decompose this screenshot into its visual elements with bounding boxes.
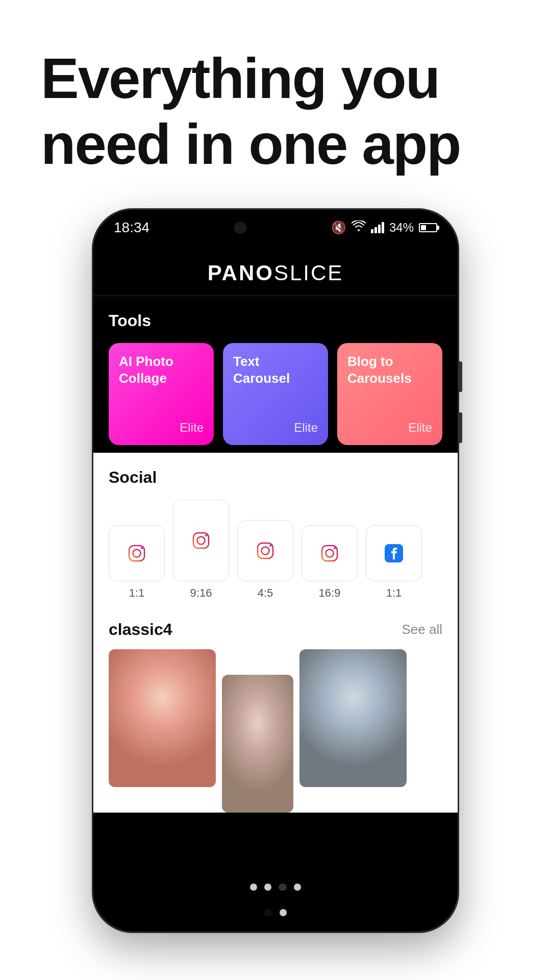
social-icon-box-1-1 (109, 525, 165, 581)
bottom-dot-2 (280, 909, 287, 916)
social-ratio-16-9: 16:9 (319, 586, 341, 600)
phone-screen: 18:34 🔇 (93, 210, 458, 932)
tool-card-blog-carousel[interactable]: Blog to Carousels Elite (337, 343, 442, 445)
status-icons: 🔇 34% (331, 220, 437, 235)
social-icon-box-4-5 (237, 520, 293, 581)
status-bar: 18:34 🔇 (93, 210, 458, 246)
tool-card-ai-collage-name: AI Photo Collage (119, 353, 204, 388)
photo-thumb-2[interactable] (222, 675, 293, 813)
wifi-icon (352, 220, 366, 235)
dot-3-active (279, 884, 287, 891)
social-item-16-9[interactable]: 16:9 (302, 525, 358, 600)
classic-photos (109, 649, 442, 813)
photo-thumb-1[interactable] (109, 649, 216, 787)
social-item-9-16[interactable]: 9:16 (173, 500, 229, 600)
bottom-dot-active (264, 909, 272, 916)
svg-point-10 (326, 549, 334, 557)
page-wrapper: Everything you need in one app 18:34 🔇 (0, 0, 551, 980)
svg-point-8 (269, 545, 271, 547)
classic-label: classic4 (109, 620, 172, 639)
dot-1 (250, 884, 257, 891)
tool-card-blog-carousel-badge: Elite (347, 421, 432, 435)
mute-icon: 🔇 (331, 220, 346, 235)
classic-header: classic4 See all (109, 620, 442, 639)
portrait-3 (299, 649, 407, 787)
social-scroll: 1:1 (109, 500, 442, 600)
page-dots-top (93, 884, 458, 891)
dot-2 (264, 884, 271, 891)
hero-section: Everything you need in one app (0, 0, 551, 208)
social-label: Social (109, 468, 442, 487)
svg-point-4 (197, 536, 205, 544)
social-ratio-1-1: 1:1 (129, 586, 145, 600)
svg-point-11 (334, 547, 336, 549)
app-title-bar: PANOSLICE (93, 246, 458, 296)
social-ratio-facebook: 1:1 (386, 586, 402, 600)
social-ratio-9-16: 9:16 (190, 586, 212, 600)
page-dots-bottom (93, 909, 458, 916)
social-item-1-1[interactable]: 1:1 (109, 525, 165, 600)
portrait-1 (109, 649, 216, 787)
social-icon-box-facebook (366, 525, 422, 581)
camera-notch (220, 220, 261, 235)
classic-section: classic4 See all (93, 610, 458, 813)
svg-point-2 (141, 547, 143, 549)
hero-heading: Everything you need in one app (41, 46, 510, 178)
phone-button-mid (459, 412, 462, 443)
see-all-button[interactable]: See all (402, 622, 443, 638)
portrait-2 (222, 675, 293, 813)
social-ratio-4-5: 4:5 (258, 586, 273, 600)
battery-percent: 34% (389, 220, 414, 235)
tool-card-text-carousel-name: Text Carousel (233, 353, 318, 388)
phone-button-top (459, 361, 462, 392)
app-title-part2: SLICE (274, 261, 343, 285)
social-item-facebook[interactable]: 1:1 (366, 525, 422, 600)
svg-point-5 (205, 534, 207, 536)
tool-card-text-carousel[interactable]: Text Carousel Elite (223, 343, 328, 445)
social-section: Social (93, 453, 458, 610)
tools-label: Tools (109, 311, 442, 330)
svg-point-1 (133, 549, 141, 557)
tools-grid: AI Photo Collage Elite Text Carousel Eli… (109, 343, 442, 445)
signal-bars (371, 222, 384, 233)
phone-device: 18:34 🔇 (92, 208, 459, 933)
tool-card-ai-collage-badge: Elite (119, 421, 204, 435)
tool-card-blog-carousel-name: Blog to Carousels (347, 353, 432, 388)
app-title: PANOSLICE (114, 261, 437, 285)
social-item-4-5[interactable]: 4:5 (237, 520, 293, 600)
battery-icon (419, 223, 437, 232)
tools-section: Tools AI Photo Collage Elite Text Carous… (93, 296, 458, 445)
tool-card-text-carousel-badge: Elite (233, 421, 318, 435)
dot-4 (294, 884, 301, 891)
phone-shell: 18:34 🔇 (92, 208, 459, 933)
svg-point-7 (262, 547, 269, 554)
social-icon-box-16-9 (302, 525, 358, 581)
photo-thumb-3[interactable] (299, 649, 407, 787)
status-time: 18:34 (114, 219, 149, 236)
app-title-part1: PANO (208, 261, 274, 285)
social-icon-box-9-16 (173, 500, 229, 581)
tool-card-ai-collage[interactable]: AI Photo Collage Elite (109, 343, 214, 445)
